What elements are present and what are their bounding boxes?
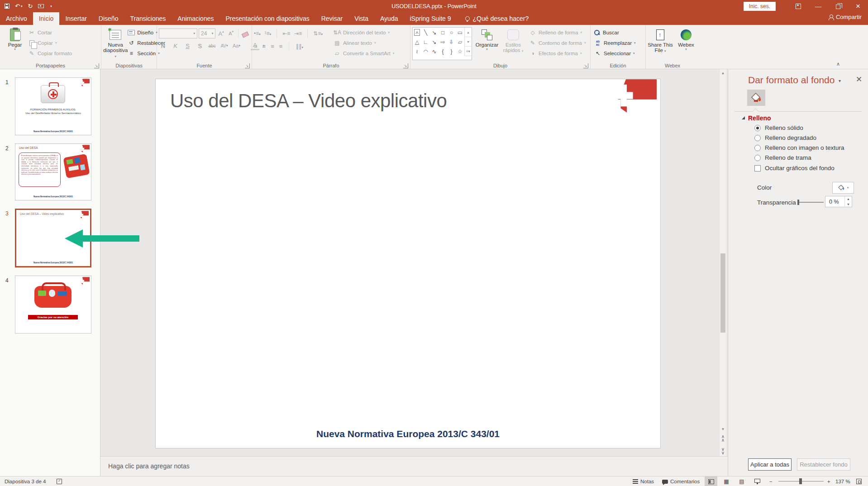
tab-ayuda[interactable]: Ayuda (374, 12, 404, 25)
align-right-button[interactable]: ≡ (271, 43, 274, 50)
copy-button[interactable]: Copiar▾ (28, 38, 72, 48)
align-center-button[interactable]: ≡ (262, 43, 266, 50)
shape-curve-icon[interactable]: ∿ (430, 47, 439, 56)
replace-button[interactable]: abacReemplazar▾ (594, 38, 636, 48)
shape-left-brace-icon[interactable]: { (439, 47, 447, 56)
tell-me-box[interactable]: ¿Qué desea hacer? (465, 15, 529, 25)
zoom-in-button[interactable]: + (827, 476, 830, 486)
slide-sorter-view-button[interactable]: ▦ (720, 476, 733, 486)
increase-indent-button[interactable]: ⇥≡ (294, 30, 302, 37)
convert-smartart-button[interactable]: ▱Convertir a SmartArt▾ (334, 49, 394, 58)
customize-qat-button[interactable]: ▾ (49, 5, 52, 8)
shape-elbow-arrow-icon[interactable]: ↘ (430, 37, 439, 47)
option-pattern-fill[interactable]: Relleno de trama (754, 154, 811, 161)
reading-view-button[interactable]: ▤ (735, 476, 748, 486)
drawing-dialog-launcher[interactable]: ↖ (583, 63, 588, 68)
numbering-button[interactable]: ¹≡▾ (265, 30, 272, 37)
webex-button[interactable]: Webex▾ (675, 26, 697, 60)
shapes-scroll-down-icon[interactable]: ▾ (465, 37, 472, 47)
shape-effects-button[interactable]: ◑Efectos de forma▾ (529, 49, 586, 58)
share-this-file-button[interactable]: Share This File ▾ (648, 26, 673, 60)
font-name-combo[interactable]: ▾ (159, 29, 197, 38)
option-solid-fill[interactable]: Relleno sólido (754, 124, 803, 131)
restore-button[interactable] (828, 0, 848, 12)
shape-fill-button[interactable]: ◇Relleno de forma▾ (529, 28, 586, 37)
bullets-button[interactable]: •≡▾ (254, 30, 261, 37)
next-slide-button[interactable]: ∨∨ (720, 448, 726, 455)
collapse-ribbon-button[interactable]: ∧ (836, 61, 840, 67)
color-dropdown-icon[interactable]: ▾ (847, 186, 849, 190)
cut-button[interactable]: ✂Cortar (28, 28, 72, 37)
shape-elbow-icon[interactable]: ∟ (421, 37, 430, 47)
shrink-font-button[interactable]: A▾ (227, 29, 235, 38)
slide-indicator[interactable]: Diapositiva 3 de 4 (5, 476, 46, 486)
spin-down-icon[interactable]: ▼ (845, 202, 852, 207)
zoom-level[interactable]: 137 % (835, 476, 850, 486)
arrange-button[interactable]: Organizar▾ (475, 26, 499, 60)
slide-editing-canvas[interactable]: Uso del DESA – Video explicativo Nueva N… (155, 79, 661, 448)
pane-options-dropdown-icon[interactable]: ▾ (839, 78, 841, 83)
undo-dropdown-icon[interactable]: ▾ (21, 5, 23, 8)
tab-diseno[interactable]: Diseño (93, 12, 124, 25)
find-button[interactable]: Buscar (594, 28, 636, 37)
format-painter-button[interactable]: ✎Copiar formato (28, 49, 72, 58)
paste-button[interactable]: Pegar▾ (2, 26, 28, 60)
decrease-indent-button[interactable]: ⇤≡ (282, 30, 290, 37)
underline-button[interactable]: S (183, 41, 192, 50)
scrollbar-thumb[interactable] (720, 253, 725, 333)
slide-footer-text[interactable]: Nueva Normativa Europea 2013/C 343/01 (156, 429, 660, 439)
pane-close-icon[interactable]: ✕ (856, 75, 862, 84)
shape-arc-icon[interactable]: ◠ (421, 47, 430, 56)
change-case-button[interactable]: Aa▾ (232, 41, 241, 50)
fit-slide-button[interactable] (856, 476, 862, 486)
tab-animaciones[interactable]: Animaciones (172, 12, 219, 25)
line-spacing-button[interactable]: ⇅≡▾ (313, 30, 323, 37)
shape-down-arrow-icon[interactable]: ⇩ (447, 37, 456, 47)
tab-vista[interactable]: Vista (348, 12, 374, 25)
fill-tool-button[interactable] (747, 90, 765, 106)
reset-background-button[interactable]: Restablecer fondo (797, 458, 850, 471)
spin-up-icon[interactable]: ▲ (845, 196, 852, 202)
zoom-out-button[interactable]: − (769, 476, 773, 486)
shape-line-icon[interactable]: ╲ (421, 28, 430, 37)
ribbon-display-options-button[interactable] (788, 0, 808, 12)
zoom-slider-thumb[interactable] (799, 478, 802, 484)
shape-triangle-icon[interactable]: △ (413, 37, 421, 47)
clear-formatting-button[interactable] (241, 29, 250, 38)
slide-thumbnail-1[interactable]: FORMACIÓN PRIMEROS AUXILIOS:Uso del Desf… (15, 77, 91, 135)
italic-button[interactable]: K (171, 41, 180, 50)
slide-title-text[interactable]: Uso del DESA – Video explicativo (170, 90, 447, 112)
undo-button[interactable]: ↶▾ (15, 3, 22, 10)
columns-button[interactable]: ∥∥▾ (296, 43, 303, 50)
slide-area-scrollbar[interactable]: ▲ ▼ ∧∧ ∨∨ (719, 69, 726, 476)
text-direction-button[interactable]: ⇅ADirección del texto▾ (334, 28, 394, 37)
transparency-slider[interactable] (798, 202, 824, 203)
option-picture-fill[interactable]: Relleno con imagen o textura (754, 144, 844, 151)
align-text-button[interactable]: ▤Alinear texto▾ (334, 38, 394, 48)
paragraph-dialog-launcher[interactable]: ↖ (403, 63, 408, 68)
shape-textbox-icon[interactable]: A (414, 29, 420, 36)
tab-presentacion[interactable]: Presentación con diapositivas (219, 12, 315, 25)
comments-toggle-button[interactable]: Comentarios (662, 476, 700, 486)
shape-right-brace-icon[interactable]: } (447, 47, 456, 56)
shape-oval-icon[interactable]: ○ (447, 28, 456, 37)
shape-outline-button[interactable]: ✎Contorno de forma▾ (529, 38, 586, 48)
tab-ispring[interactable]: iSpring Suite 9 (404, 12, 457, 25)
shape-rounded-rectangle-icon[interactable]: ▭ (456, 28, 464, 37)
tab-inicio[interactable]: Inicio (33, 12, 60, 25)
transparency-slider-handle[interactable] (797, 200, 799, 205)
character-spacing-button[interactable]: AV▾ (220, 41, 229, 50)
align-left-button[interactable]: ≡ (254, 43, 258, 50)
shape-rectangle-icon[interactable]: □ (439, 28, 447, 37)
start-slideshow-button[interactable] (38, 4, 44, 8)
fill-section-collapse-icon[interactable] (742, 116, 745, 119)
scroll-down-button[interactable]: ▼ (720, 425, 726, 433)
select-button[interactable]: ↖Seleccionar▾ (594, 49, 636, 58)
text-shadow-button[interactable]: S (196, 41, 204, 50)
shape-arrow-icon[interactable]: ↘ (430, 28, 439, 37)
fill-section-header[interactable]: Relleno (748, 114, 771, 122)
tab-revisar[interactable]: Revisar (315, 12, 348, 25)
notes-placeholder[interactable]: Haga clic para agregar notas (108, 462, 190, 470)
save-button[interactable] (5, 4, 10, 9)
tab-insertar[interactable]: Insertar (59, 12, 92, 25)
